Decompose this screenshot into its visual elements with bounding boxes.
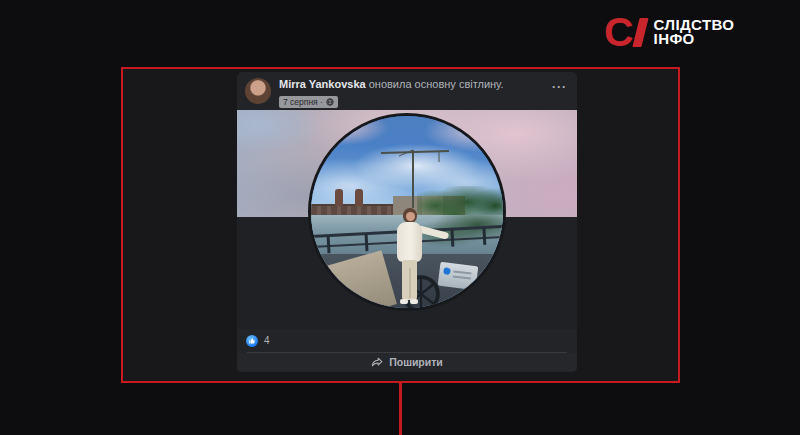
slidstvo-info-logo: С СЛІДСТВО ІНФО xyxy=(604,14,734,50)
post-date: 7 серпня · xyxy=(283,97,323,107)
annotation-stem-line xyxy=(399,383,402,435)
timestamp-chip[interactable]: 7 серпня · xyxy=(279,96,338,108)
thumbs-up-icon xyxy=(248,337,256,345)
reactions-row: 4 xyxy=(237,329,577,352)
sign-text-line xyxy=(453,275,471,279)
person-shoe xyxy=(400,299,408,304)
photo-person xyxy=(395,208,455,310)
reaction-count[interactable]: 4 xyxy=(264,335,270,346)
post-options-button[interactable]: ··· xyxy=(552,82,567,92)
railing-post xyxy=(365,234,369,251)
sign-text-line xyxy=(453,270,471,274)
post-header-text: Mirra Yankovska оновила основну світлину… xyxy=(279,78,504,110)
author-name[interactable]: Mirra Yankovska xyxy=(279,78,366,90)
post-media[interactable] xyxy=(237,110,577,329)
share-icon xyxy=(371,356,383,368)
screenshot-stage: С СЛІДСТВО ІНФО Mirra Yankovska оновила … xyxy=(0,0,800,435)
post-action-text: оновила основну світлину. xyxy=(369,78,504,90)
logo-letter: С xyxy=(604,14,633,50)
person-face xyxy=(406,212,415,222)
person-pants xyxy=(402,260,417,300)
si-logo-mark: С xyxy=(604,14,645,50)
globe-icon xyxy=(326,98,334,106)
logo-wordmark: СЛІДСТВО ІНФО xyxy=(654,18,735,47)
person-cardigan xyxy=(397,222,422,262)
railing-post xyxy=(482,228,486,245)
avatar[interactable] xyxy=(245,78,271,104)
profile-photo-circle[interactable] xyxy=(308,113,506,311)
person-shoe xyxy=(410,299,418,304)
photo-quay-stone xyxy=(308,250,397,311)
facebook-post-card: Mirra Yankovska оновила основну світлину… xyxy=(237,72,577,372)
like-reaction-icon[interactable] xyxy=(246,335,258,347)
railing-post xyxy=(327,236,331,253)
share-button[interactable]: Поширити xyxy=(237,353,577,371)
logo-line-2: ІНФО xyxy=(654,32,735,47)
logo-slash-icon xyxy=(632,18,648,47)
share-label: Поширити xyxy=(389,356,443,368)
pants-seam xyxy=(409,268,411,298)
post-title-line: Mirra Yankovska оновила основну світлину… xyxy=(279,78,504,91)
post-header: Mirra Yankovska оновила основну світлину… xyxy=(237,72,577,110)
